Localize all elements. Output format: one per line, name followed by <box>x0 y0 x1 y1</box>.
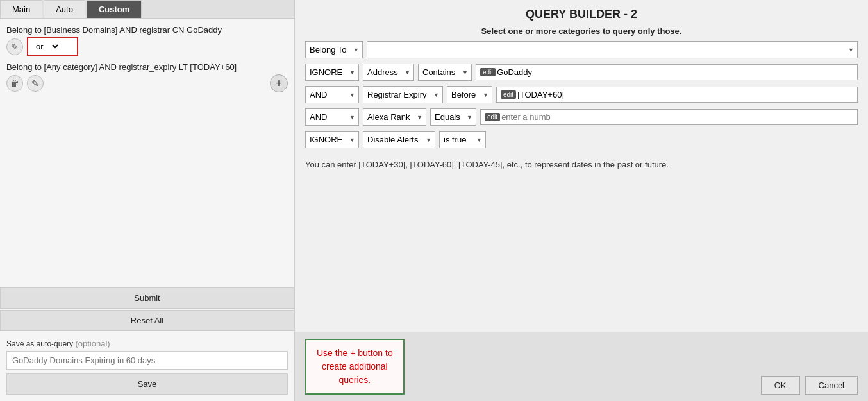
field-select-2[interactable]: Address <box>363 64 414 81</box>
connector-wrap-4[interactable]: AND OR IGNORE <box>305 108 359 126</box>
operator-select-2[interactable]: Contains <box>418 64 472 81</box>
tooltip-box: Use the + button tocreate additionalquer… <box>305 339 405 395</box>
delete-query-2-button[interactable]: 🗑 <box>6 75 23 92</box>
connector-select-3[interactable]: AND OR IGNORE <box>305 86 359 103</box>
field-wrap-2[interactable]: Address <box>363 64 414 81</box>
query-builder-title: QUERY BUILDER - 2 <box>295 0 868 26</box>
connector-wrap-2[interactable]: IGNORE AND OR <box>305 64 359 81</box>
reset-all-button[interactable]: Reset All <box>0 310 294 331</box>
query-block-2: Belong to [Any category] AND registrar_e… <box>6 62 288 92</box>
value-input-3[interactable] <box>517 90 853 99</box>
qb-row-4: AND OR IGNORE Alexa Rank Equals edit <box>305 108 858 126</box>
connector-dropdown-1[interactable]: or and <box>27 37 78 56</box>
tab-custom[interactable]: Custom <box>87 0 142 18</box>
edit-query-1-button[interactable]: ✎ <box>6 38 23 55</box>
connector-select-4[interactable]: AND OR IGNORE <box>305 108 359 126</box>
edit-tag-4: edit <box>485 113 500 121</box>
operator-select-5[interactable]: is true is false <box>439 131 486 148</box>
add-query-button[interactable]: + <box>270 74 288 92</box>
edit-tag-2: edit <box>480 68 496 76</box>
operator-select-4[interactable]: Equals <box>430 108 476 126</box>
edit-query-2-button[interactable]: ✎ <box>27 75 44 92</box>
value-select-large-1[interactable] <box>367 41 858 58</box>
query-block-1: Belong to [Business Domains] AND registr… <box>6 25 288 56</box>
field-wrap-3[interactable]: Registrar Expiry <box>363 86 443 103</box>
save-label: Save as auto-query (optional) <box>6 339 288 348</box>
value-large-select-1[interactable] <box>367 41 858 58</box>
connector-select-1[interactable]: or and <box>33 41 60 52</box>
field-select-3[interactable]: Registrar Expiry <box>363 86 443 103</box>
qb-footer: Use the + button tocreate additionalquer… <box>295 332 868 401</box>
qb-row-2: IGNORE AND OR Address Contains edit <box>305 64 858 81</box>
operator-wrap-3[interactable]: Before <box>447 86 492 103</box>
tab-auto[interactable]: Auto <box>44 0 85 18</box>
optional-label: (optional) <box>75 339 110 348</box>
left-action-buttons: Submit Reset All <box>0 284 294 335</box>
connector-wrap-3[interactable]: AND OR IGNORE <box>305 86 359 103</box>
cancel-button[interactable]: Cancel <box>805 376 858 395</box>
tab-bar: Main Auto Custom <box>0 0 294 19</box>
field-wrap-4[interactable]: Alexa Rank <box>363 108 426 126</box>
qb-note: You can enter [TODAY+30], [TODAY-60], [T… <box>305 153 858 171</box>
save-section: Save as auto-query (optional) Save <box>0 335 294 401</box>
operator-wrap-4[interactable]: Equals <box>430 108 476 126</box>
save-input[interactable] <box>6 351 288 370</box>
value-field-4[interactable]: edit <box>480 109 858 125</box>
ok-button[interactable]: OK <box>761 376 800 395</box>
save-button[interactable]: Save <box>6 373 288 395</box>
qb-row-3: AND OR IGNORE Registrar Expiry Before ed… <box>305 86 858 103</box>
query-actions-1: ✎ or and <box>6 37 288 56</box>
operator-wrap-2[interactable]: Contains <box>418 64 472 81</box>
query-builder-body: Belong To IGNORE AND OR Address <box>295 41 868 332</box>
field-wrap-1[interactable]: Belong To <box>305 41 363 58</box>
tab-main[interactable]: Main <box>0 0 42 18</box>
query-text-1: Belong to [Business Domains] AND registr… <box>6 25 288 35</box>
value-input-4[interactable] <box>501 112 853 122</box>
qb-row-1: Belong To <box>305 41 858 58</box>
field-select-1[interactable]: Belong To <box>305 41 363 58</box>
connector-select-5[interactable]: IGNORE AND OR <box>305 131 359 148</box>
query-text-2: Belong to [Any category] AND registrar_e… <box>6 62 288 72</box>
value-field-3[interactable]: edit <box>496 87 858 103</box>
qb-row-5: IGNORE AND OR Disable Alerts is true is … <box>305 131 858 148</box>
connector-select-2[interactable]: IGNORE AND OR <box>305 64 359 81</box>
connector-wrap-5[interactable]: IGNORE AND OR <box>305 131 359 148</box>
query-builder-panel: QUERY BUILDER - 2 Select one or more cat… <box>295 0 868 401</box>
tooltip-text: Use the + button tocreate additionalquer… <box>317 346 393 387</box>
value-input-2[interactable] <box>497 67 853 77</box>
value-field-2[interactable]: edit <box>476 64 858 80</box>
footer-buttons: OK Cancel <box>761 376 858 395</box>
operator-select-3[interactable]: Before <box>447 86 492 103</box>
edit-tag-3: edit <box>501 90 516 99</box>
field-select-4[interactable]: Alexa Rank <box>363 108 426 126</box>
submit-button[interactable]: Submit <box>0 287 294 309</box>
field-select-5[interactable]: Disable Alerts <box>363 131 435 148</box>
query-actions-2: 🗑 ✎ + <box>6 74 288 92</box>
operator-wrap-5[interactable]: is true is false <box>439 131 486 148</box>
field-wrap-5[interactable]: Disable Alerts <box>363 131 435 148</box>
query-builder-subtitle: Select one or more categories to query o… <box>295 26 868 36</box>
